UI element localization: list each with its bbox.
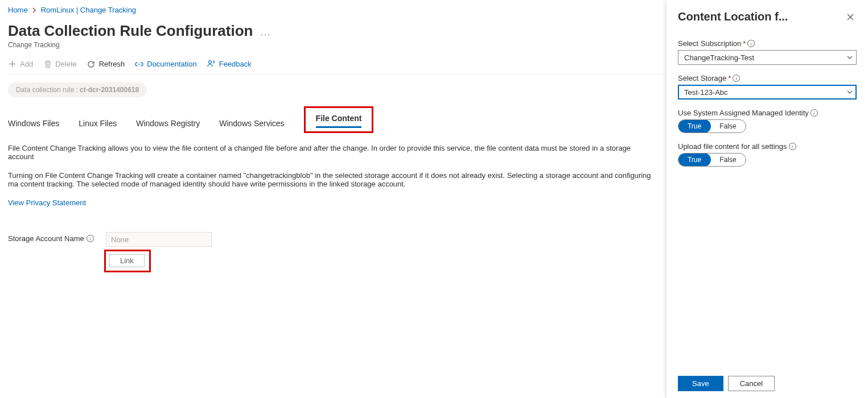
refresh-button[interactable]: Refresh — [87, 60, 125, 68]
chevron-right-icon — [32, 7, 36, 13]
subscription-label-text: Select Subscription — [678, 39, 741, 48]
subscription-label: Select Subscription * i — [678, 39, 857, 48]
upload-toggle-false[interactable]: False — [710, 154, 746, 166]
upload-label-text: Upload file content for all settings — [678, 142, 787, 151]
identity-toggle-true[interactable]: True — [678, 119, 711, 133]
tab-file-content-highlight: File Content — [304, 106, 374, 133]
refresh-icon — [87, 60, 96, 68]
chevron-down-icon — [847, 90, 853, 94]
storage-account-label-text: Storage Account Name — [8, 234, 84, 243]
identity-label-text: Use System Assigned Managed Identity — [678, 109, 809, 117]
documentation-label: Documentation — [147, 60, 196, 68]
upload-toggle[interactable]: True False — [678, 153, 746, 167]
upload-label: Upload file content for all settings i — [678, 142, 857, 151]
refresh-label: Refresh — [99, 60, 125, 68]
delete-label: Delete — [55, 60, 77, 68]
trash-icon — [43, 60, 52, 68]
tab-linux-files[interactable]: Linux Files — [79, 119, 117, 131]
required-star: * — [728, 74, 731, 82]
tab-file-content[interactable]: File Content — [316, 114, 362, 128]
identity-label: Use System Assigned Managed Identity i — [678, 109, 857, 117]
page-title: Data Collection Rule Configuration — [8, 22, 253, 40]
storage-select-label: Select Storage * i — [678, 74, 857, 82]
breadcrumb-resource[interactable]: RomLinux | Change Tracking — [41, 6, 136, 14]
info-icon[interactable]: i — [747, 40, 755, 47]
subscription-select[interactable]: ChangeTracking-Test — [678, 50, 857, 65]
add-button[interactable]: Add — [8, 60, 33, 68]
link-icon — [135, 60, 143, 68]
privacy-statement-link[interactable]: View Privacy Statement — [8, 198, 86, 207]
subscription-value: ChangeTracking-Test — [684, 53, 754, 62]
feedback-link[interactable]: Feedback — [207, 60, 252, 68]
info-icon[interactable]: i — [811, 109, 818, 117]
tab-windows-registry[interactable]: Windows Registry — [136, 119, 200, 131]
info-icon[interactable]: i — [87, 235, 94, 242]
plus-icon — [8, 60, 17, 68]
storage-select-label-text: Select Storage — [678, 74, 726, 82]
chevron-down-icon — [847, 56, 853, 59]
link-button-highlight: Link — [104, 250, 151, 272]
description-1: File Content Change Tracking allows you … — [8, 144, 657, 161]
dcr-prefix: Data collection rule : — [16, 86, 78, 94]
dcr-name: ct-dcr-2031400618 — [80, 86, 139, 94]
info-icon[interactable]: i — [733, 74, 740, 82]
identity-toggle[interactable]: True False — [678, 119, 746, 133]
storage-select[interactable]: Test-123-Abc — [678, 85, 857, 100]
storage-account-input — [106, 232, 212, 247]
feedback-icon — [207, 60, 216, 68]
save-button[interactable]: Save — [678, 376, 723, 391]
delete-button[interactable]: Delete — [43, 60, 77, 68]
storage-select-value: Test-123-Abc — [684, 88, 728, 97]
identity-toggle-false[interactable]: False — [710, 120, 746, 132]
command-bar: Add Delete Refresh Documentation Feedbac… — [8, 57, 666, 74]
more-actions-icon[interactable]: ··· — [261, 30, 271, 39]
page-subtitle: Change Tracking — [8, 41, 666, 49]
description-2: Turning on File Content Change Tracking … — [8, 171, 657, 188]
add-label: Add — [20, 60, 33, 68]
breadcrumb: Home RomLinux | Change Tracking — [8, 6, 666, 14]
content-location-panel: Content Location f... Select Subscriptio… — [667, 0, 868, 398]
panel-footer: Save Cancel — [667, 370, 868, 398]
tab-windows-files[interactable]: Windows Files — [8, 119, 59, 131]
panel-title: Content Location f... — [678, 10, 788, 23]
tab-bar: Windows Files Linux Files Windows Regist… — [8, 106, 666, 131]
svg-point-0 — [208, 61, 211, 64]
link-button[interactable]: Link — [109, 254, 145, 267]
storage-account-label: Storage Account Name i — [8, 232, 99, 243]
documentation-link[interactable]: Documentation — [135, 60, 196, 68]
close-icon[interactable] — [844, 11, 857, 23]
info-icon[interactable]: i — [789, 143, 796, 150]
breadcrumb-home[interactable]: Home — [8, 6, 28, 14]
required-star: * — [743, 39, 746, 48]
upload-toggle-true[interactable]: True — [678, 153, 711, 167]
dcr-pill: Data collection rule : ct-dcr-2031400618 — [8, 82, 147, 97]
cancel-button[interactable]: Cancel — [728, 376, 775, 391]
tab-windows-services[interactable]: Windows Services — [219, 119, 284, 131]
feedback-label: Feedback — [219, 60, 252, 68]
